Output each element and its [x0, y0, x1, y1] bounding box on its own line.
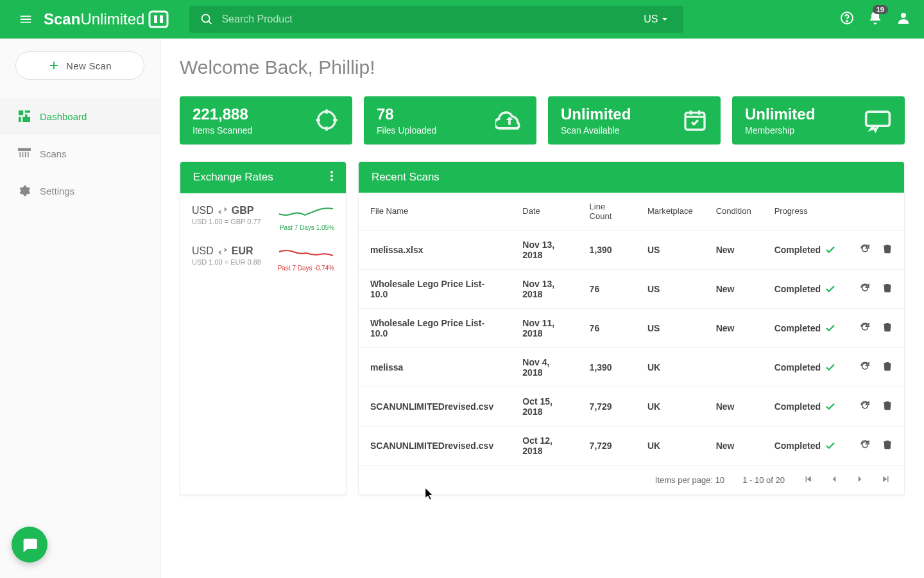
prev-page-button[interactable] — [828, 473, 840, 487]
recent-panel-title: Recent Scans — [372, 171, 440, 184]
cell-progress: Completed — [763, 230, 848, 269]
trash-icon — [882, 243, 893, 254]
trash-icon — [882, 360, 893, 372]
check-icon — [825, 283, 836, 295]
delete-button[interactable] — [882, 439, 893, 452]
items-per-page-value[interactable]: 10 — [715, 475, 724, 485]
svg-point-31 — [330, 175, 333, 177]
new-scan-label: New Scan — [66, 60, 112, 71]
svg-rect-18 — [25, 152, 26, 157]
stat-label: Scan Available — [561, 125, 631, 136]
first-page-button[interactable] — [803, 473, 814, 487]
rescan-button[interactable] — [859, 243, 871, 256]
svg-point-7 — [901, 13, 906, 18]
stat-scan-available: Unlimited Scan Available — [548, 96, 721, 144]
stat-label: Membership — [745, 125, 815, 136]
table-row[interactable]: SCANUNLIMITEDrevised.csv Oct 15, 2018 7,… — [359, 387, 904, 426]
menu-button[interactable] — [13, 6, 38, 32]
trash-icon — [882, 399, 893, 411]
membership-card-icon — [864, 107, 892, 133]
chat-button[interactable] — [12, 527, 47, 563]
target-icon — [314, 107, 339, 133]
next-page-button[interactable] — [854, 473, 866, 487]
stat-membership: Unlimited Membership — [732, 96, 905, 144]
sidebar-item-settings[interactable]: Settings — [0, 172, 160, 209]
cell-market: UK — [636, 426, 705, 465]
rate-sub: USD 1.00 = GBP 0.77 — [192, 218, 261, 225]
delete-button[interactable] — [882, 321, 893, 335]
delete-button[interactable] — [882, 399, 893, 413]
table-row[interactable]: Wholesale Lego Price List-10.0 Nov 11, 2… — [359, 308, 904, 347]
refresh-icon — [859, 282, 871, 293]
cell-progress: Completed — [763, 308, 848, 347]
col-file[interactable]: File Name — [359, 193, 511, 231]
delete-button[interactable] — [882, 243, 893, 256]
search-bar[interactable]: Search Product US — [189, 6, 683, 33]
rescan-button[interactable] — [859, 399, 871, 413]
table-row[interactable]: melissa Nov 4, 2018 1,390 UK Completed — [359, 347, 904, 387]
cell-market: US — [636, 230, 705, 269]
sidebar-item-label: Settings — [40, 186, 74, 197]
notifications-button[interactable]: 19 — [868, 10, 883, 28]
table-row[interactable]: Wholesale Lego Price List-10.0 Nov 13, 2… — [359, 269, 904, 308]
first-page-icon — [803, 473, 814, 485]
table-row[interactable]: SCANUNLIMITEDrevised.csv Oct 12, 2018 7,… — [359, 426, 904, 465]
stat-value: 78 — [377, 105, 436, 124]
cell-condition: New — [705, 230, 763, 269]
swap-icon — [218, 248, 228, 254]
col-progress[interactable]: Progress — [763, 193, 848, 231]
new-scan-button[interactable]: New Scan — [15, 51, 144, 80]
profile-button[interactable] — [896, 10, 911, 28]
sidebar-item-dashboard[interactable]: Dashboard — [0, 98, 160, 135]
cell-lines: 1,390 — [578, 347, 636, 387]
svg-rect-1 — [154, 15, 157, 23]
logo[interactable]: ScanUnlimited — [44, 10, 169, 28]
items-per-page-label: Items per page: — [655, 475, 713, 485]
delete-button[interactable] — [882, 282, 893, 295]
last-page-button[interactable] — [880, 473, 891, 487]
check-icon — [825, 362, 836, 373]
table-row[interactable]: melissa.xlsx Nov 13, 2018 1,390 US New C… — [359, 230, 904, 269]
stat-files-uploaded: 78 Files Uploaded — [364, 96, 536, 144]
search-icon — [200, 12, 214, 26]
col-lines[interactable]: Line Count — [578, 193, 636, 231]
cell-date: Nov 11, 2018 — [511, 308, 578, 347]
trash-icon — [882, 321, 893, 333]
refresh-icon — [859, 243, 871, 254]
gear-icon — [18, 184, 31, 197]
svg-rect-25 — [685, 113, 705, 130]
cell-file: SCANUNLIMITEDrevised.csv — [359, 426, 511, 465]
check-icon — [825, 440, 836, 451]
help-button[interactable] — [839, 10, 855, 28]
cell-lines: 7,729 — [578, 426, 636, 465]
rescan-button[interactable] — [859, 439, 871, 452]
sparkline-positive — [278, 205, 334, 220]
check-icon — [825, 244, 836, 256]
cell-condition: New — [705, 308, 763, 347]
page-range: 1 - 10 of 20 — [742, 475, 785, 485]
delete-button[interactable] — [882, 360, 893, 374]
svg-rect-19 — [28, 152, 29, 157]
search-input[interactable]: Search Product — [221, 13, 644, 25]
rate-sub: USD 1.00 = EUR 0.88 — [192, 258, 261, 266]
stat-items-scanned: 221,888 Items Scanned — [180, 96, 352, 144]
rescan-button[interactable] — [859, 282, 871, 295]
cell-progress: Completed — [763, 269, 848, 308]
stat-cards-row: 221,888 Items Scanned 78 Files Uploaded … — [180, 96, 905, 144]
region-select[interactable]: US — [644, 13, 668, 25]
sidebar-item-scans[interactable]: Scans — [0, 135, 160, 172]
rescan-button[interactable] — [859, 360, 871, 374]
svg-point-20 — [318, 112, 336, 129]
col-market[interactable]: Marketplace — [636, 193, 705, 231]
stat-label: Items Scanned — [193, 125, 252, 136]
rescan-button[interactable] — [859, 321, 871, 335]
col-condition[interactable]: Condition — [705, 193, 763, 231]
exchange-panel-title: Exchange Rates — [193, 171, 273, 184]
col-date[interactable]: Date — [511, 193, 578, 231]
sparkline-negative — [278, 245, 334, 261]
dots-vertical-icon — [330, 171, 333, 181]
rate-row: USD GBP USD 1.00 = GBP 0.77 Past 7 Days … — [192, 205, 334, 231]
exchange-more-button[interactable] — [330, 171, 333, 184]
cell-progress: Completed — [763, 387, 848, 426]
rate-pair: USD GBP — [192, 205, 261, 216]
